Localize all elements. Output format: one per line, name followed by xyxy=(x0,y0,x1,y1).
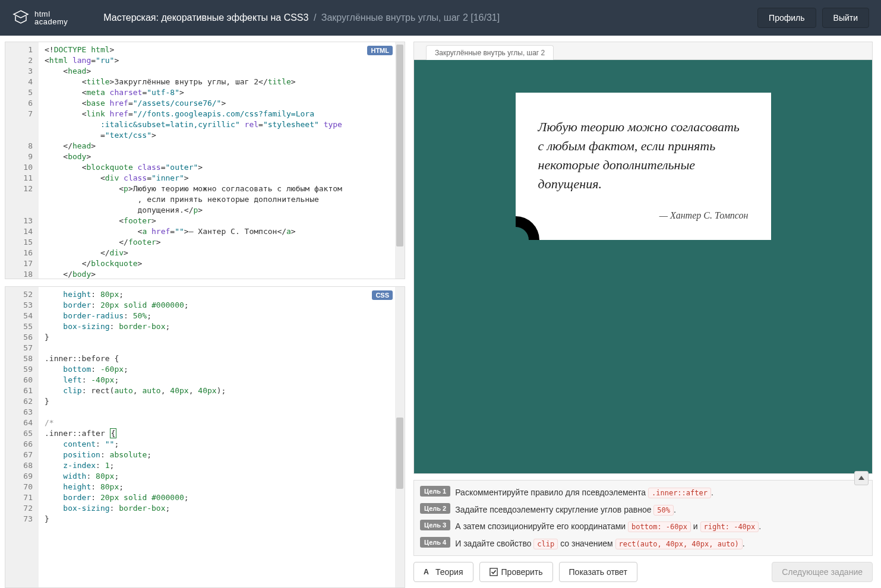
preview-tab[interactable]: Закруглённые внутрь углы, шаг 2 xyxy=(426,45,554,60)
arrow-up-icon xyxy=(858,475,865,482)
theory-button[interactable]: A Теория xyxy=(413,562,473,582)
code-pill: clip xyxy=(533,539,558,549)
goals-panel: Цель 1Раскомментируйте правило для псевд… xyxy=(413,480,873,556)
code-pill: 50% xyxy=(653,505,674,516)
code-pill: .inner::after xyxy=(648,488,711,498)
scroll-up-button[interactable] xyxy=(854,471,869,485)
profile-button[interactable]: Профиль xyxy=(757,8,816,28)
font-icon: A xyxy=(424,568,432,576)
goal-text: Раскомментируйте правило для псевдоэлеме… xyxy=(455,486,866,499)
quote-text: Любую теорию можно согласовать с любым ф… xyxy=(538,118,749,194)
preview-column: Закруглённые внутрь углы, шаг 2 Любую те… xyxy=(410,36,881,588)
logo[interactable]: html academy xyxy=(12,9,68,27)
preview-tabbar: Закруглённые внутрь углы, шаг 2 xyxy=(414,42,872,60)
editor-column: HTML 1234567 89101112 131415161718 <!DOC… xyxy=(0,36,410,588)
preview-viewport: Любую теорию можно согласовать с любым ф… xyxy=(414,60,872,473)
goal-row: Цель 1Раскомментируйте правило для псевд… xyxy=(420,484,866,501)
preview-panel: Закруглённые внутрь углы, шаг 2 Любую те… xyxy=(413,42,873,474)
check-icon xyxy=(490,568,498,576)
code-pill: rect(auto, 40px, 40px, auto) xyxy=(615,539,743,549)
css-editor[interactable]: CSS 525354555657585960616263646566676869… xyxy=(5,286,405,588)
goal-row: Цель 2Задайте псевдоэлементу скругление … xyxy=(420,501,866,518)
goal-badge: Цель 3 xyxy=(420,520,450,530)
code-pill: right: -40px xyxy=(700,521,759,532)
check-button[interactable]: Проверить xyxy=(479,562,553,582)
show-answer-button[interactable]: Показать ответ xyxy=(559,562,637,582)
goal-text: А затем спозиционируйте его координатами… xyxy=(455,520,866,533)
goal-badge: Цель 1 xyxy=(420,486,450,497)
breadcrumb-sub: Закруглённые внутрь углы, шаг 2 [16/31] xyxy=(321,12,500,23)
html-editor[interactable]: HTML 1234567 89101112 131415161718 <!DOC… xyxy=(5,42,405,279)
code-pill: bottom: -60px xyxy=(628,521,691,532)
css-gutter: 5253545556575859606162636465666768697071… xyxy=(5,287,39,587)
html-scrollbar[interactable] xyxy=(395,42,405,279)
html-gutter: 1234567 89101112 131415161718 xyxy=(5,42,39,279)
next-task-button: Следующее задание xyxy=(772,562,873,582)
actions-bar: A Теория Проверить Показать ответ Следую… xyxy=(413,556,873,582)
svg-text:A: A xyxy=(424,568,429,576)
logo-icon xyxy=(12,9,30,27)
logout-button[interactable]: Выйти xyxy=(822,8,869,28)
goal-badge: Цель 2 xyxy=(420,503,450,514)
app-header: html academy Мастерская: декоративные эф… xyxy=(0,0,881,36)
svg-rect-1 xyxy=(490,568,497,576)
goal-row: Цель 4И задайте свойство clip со значени… xyxy=(420,535,866,552)
goal-badge: Цель 4 xyxy=(420,537,450,548)
html-badge: HTML xyxy=(367,46,393,55)
css-scrollbar[interactable] xyxy=(395,287,405,587)
css-badge: CSS xyxy=(372,290,393,300)
goal-text: И задайте свойство clip со значением rec… xyxy=(455,537,866,550)
logo-text: html academy xyxy=(34,10,68,26)
css-code[interactable]: height: 80px; border: 20px solid #000000… xyxy=(39,287,405,587)
goal-text: Задайте псевдоэлементу скругление углов … xyxy=(455,503,866,516)
breadcrumb: Мастерская: декоративные эффекты на CSS3… xyxy=(103,12,751,23)
corner-decoration xyxy=(516,210,545,240)
html-code[interactable]: <!DOCTYPE html> <html lang="ru"> <head> … xyxy=(39,42,405,279)
quote-author: — Хантер С. Томпсон xyxy=(538,210,749,221)
breadcrumb-main[interactable]: Мастерская: декоративные эффекты на CSS3 xyxy=(103,12,308,23)
goal-row: Цель 3А затем спозиционируйте его коорди… xyxy=(420,518,866,535)
quote-card: Любую теорию можно согласовать с любым ф… xyxy=(516,93,771,240)
